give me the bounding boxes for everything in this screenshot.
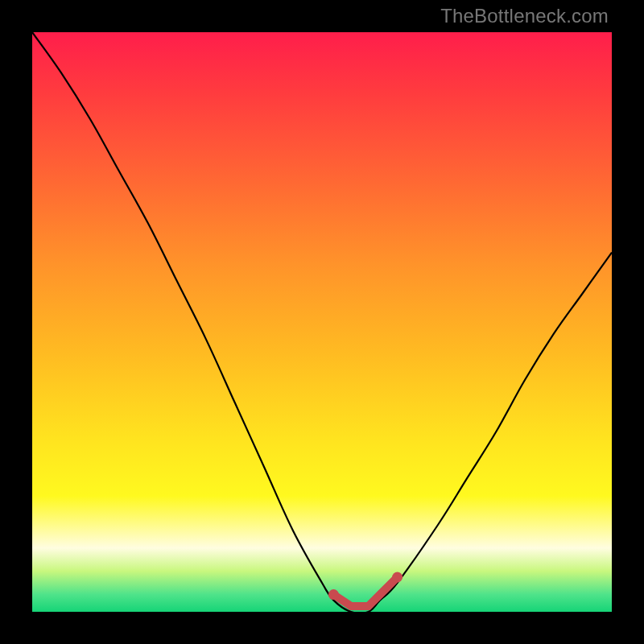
curve-trough-marker <box>333 577 397 606</box>
chart-stage: TheBottleneck.com <box>0 0 644 644</box>
trough-dot-left <box>328 589 339 600</box>
curve-svg <box>32 32 612 612</box>
watermark-text: TheBottleneck.com <box>440 5 609 27</box>
plot-area <box>32 32 612 612</box>
trough-dot-right <box>392 572 402 583</box>
bottleneck-curve <box>32 32 612 612</box>
